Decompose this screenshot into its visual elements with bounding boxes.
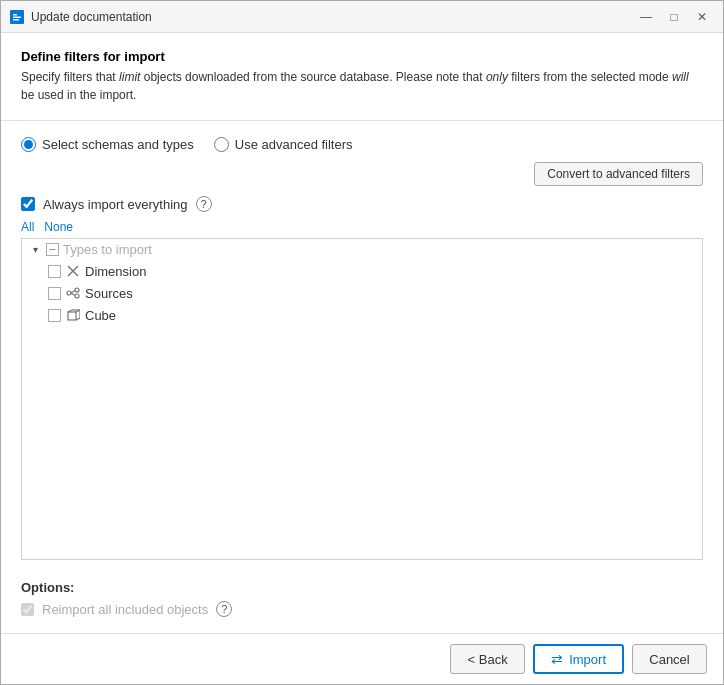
types-tree[interactable]: ▾ Types to import Dimension <box>21 238 703 560</box>
convert-advanced-filters-button[interactable]: Convert to advanced filters <box>534 162 703 186</box>
import-icon: ⇄ <box>551 651 563 667</box>
svg-rect-2 <box>13 16 21 18</box>
tree-label-cube: Cube <box>85 308 116 323</box>
tree-checkbox-sources[interactable] <box>48 287 61 300</box>
convert-btn-row: Convert to advanced filters <box>21 162 703 186</box>
reimport-help-icon[interactable]: ? <box>216 601 232 617</box>
svg-point-8 <box>75 294 79 298</box>
none-button[interactable]: None <box>44 220 73 234</box>
radio-advanced-label: Use advanced filters <box>235 137 353 152</box>
radio-schemas-input[interactable] <box>21 137 36 152</box>
content-area: Define filters for import Specify filter… <box>1 33 723 633</box>
tree-label-types: Types to import <box>63 242 152 257</box>
section-description: Specify filters that limit objects downl… <box>21 68 703 104</box>
tree-row-cube[interactable]: Cube <box>22 304 702 326</box>
tree-checkbox-dimension[interactable] <box>48 265 61 278</box>
svg-line-9 <box>71 291 75 294</box>
tree-label-dimension: Dimension <box>85 264 146 279</box>
filter-mode-row: Select schemas and types Use advanced fi… <box>21 137 703 152</box>
title-bar: Update documentation — □ ✕ <box>1 1 723 33</box>
always-import-label: Always import everything <box>43 197 188 212</box>
cube-icon <box>65 307 81 323</box>
svg-line-10 <box>71 293 75 296</box>
tree-checkbox-types[interactable] <box>46 243 59 256</box>
radio-schemas-label: Select schemas and types <box>42 137 194 152</box>
tree-chevron-types[interactable]: ▾ <box>28 243 42 257</box>
sources-icon <box>65 285 81 301</box>
tree-row-dimension[interactable]: Dimension <box>22 260 702 282</box>
app-icon <box>9 9 25 25</box>
window-title: Update documentation <box>31 10 633 24</box>
radio-select-schemas[interactable]: Select schemas and types <box>21 137 194 152</box>
tree-checkbox-cube[interactable] <box>48 309 61 322</box>
svg-rect-3 <box>13 19 19 21</box>
options-section: Options: Reimport all included objects ? <box>21 580 703 617</box>
all-button[interactable]: All <box>21 220 34 234</box>
close-button[interactable]: ✕ <box>689 4 715 30</box>
tree-label-sources: Sources <box>85 286 133 301</box>
tree-row-types[interactable]: ▾ Types to import <box>22 239 702 260</box>
cancel-button[interactable]: Cancel <box>632 644 707 674</box>
reimport-checkbox[interactable] <box>21 603 34 616</box>
divider <box>1 120 723 121</box>
svg-point-6 <box>67 291 71 295</box>
svg-rect-1 <box>13 14 17 16</box>
window-controls: — □ ✕ <box>633 4 715 30</box>
always-import-checkbox[interactable] <box>21 197 35 211</box>
reimport-label: Reimport all included objects <box>42 602 208 617</box>
footer: < Back ⇄ Import Cancel <box>1 633 723 684</box>
radio-advanced-filters[interactable]: Use advanced filters <box>214 137 353 152</box>
import-label: Import <box>569 652 606 667</box>
back-button[interactable]: < Back <box>450 644 525 674</box>
options-title: Options: <box>21 580 703 595</box>
reimport-row: Reimport all included objects ? <box>21 601 703 617</box>
all-none-row: All None <box>21 220 703 234</box>
always-import-row: Always import everything ? <box>21 196 703 212</box>
main-window: Update documentation — □ ✕ Define filter… <box>0 0 724 685</box>
svg-rect-11 <box>68 312 76 320</box>
minimize-button[interactable]: — <box>633 4 659 30</box>
tree-row-sources[interactable]: Sources <box>22 282 702 304</box>
radio-advanced-input[interactable] <box>214 137 229 152</box>
always-import-help-icon[interactable]: ? <box>196 196 212 212</box>
section-title: Define filters for import <box>21 49 703 64</box>
svg-point-7 <box>75 288 79 292</box>
restore-button[interactable]: □ <box>661 4 687 30</box>
import-button[interactable]: ⇄ Import <box>533 644 624 674</box>
dimension-icon <box>65 263 81 279</box>
